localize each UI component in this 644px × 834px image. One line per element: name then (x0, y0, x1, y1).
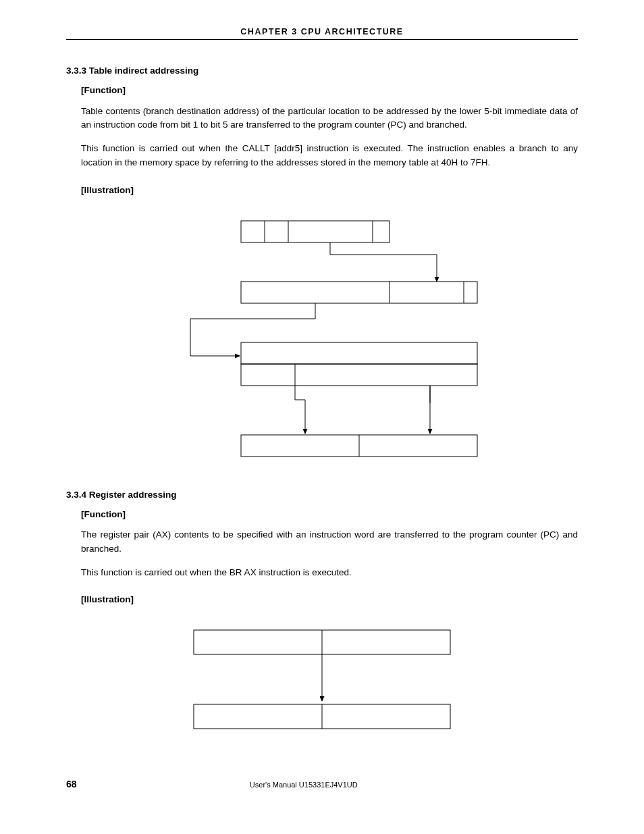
page-number: 68 (66, 779, 77, 789)
svg-rect-16 (241, 364, 477, 386)
document-id: User's Manual U15331EJ4V1UD (250, 781, 358, 789)
section-334-para2: This function is carried out when the BR… (81, 566, 578, 580)
svg-rect-8 (241, 282, 477, 303)
document-page: CHAPTER 3 CPU ARCHITECTURE 3.3.3 Table i… (0, 0, 644, 810)
section-333-para2: This function is carried out when the CA… (81, 142, 578, 170)
function-label-333: [Function] (81, 85, 578, 95)
svg-rect-15 (241, 342, 477, 364)
illustration-334-diagram (66, 623, 578, 745)
chapter-header: CHAPTER 3 CPU ARCHITECTURE (66, 27, 578, 40)
illustration-label-334: [Illustration] (81, 594, 578, 604)
page-footer: 68 User's Manual U15331EJ4V1UD (66, 779, 578, 789)
illustration-333-diagram (66, 214, 578, 471)
section-333-para1: Table contents (branch destination addre… (81, 105, 578, 133)
illustration-label-333: [Illustration] (81, 185, 578, 195)
section-334-para1: The register pair (AX) contents to be sp… (81, 528, 578, 556)
section-3-3-4-heading: 3.3.4 Register addressing (66, 490, 578, 500)
function-label-334: [Function] (81, 509, 578, 519)
section-3-3-3-heading: 3.3.3 Table indirect addressing (66, 66, 578, 76)
svg-rect-1 (241, 221, 390, 242)
